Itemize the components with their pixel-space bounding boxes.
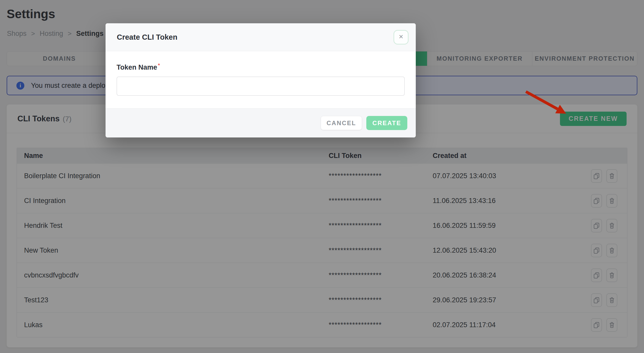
create-button[interactable]: CREATE [366,116,407,130]
dialog-body: Token Name* [106,51,416,108]
dialog-header: Create CLI Token × [106,23,416,51]
token-name-input[interactable] [117,77,405,96]
required-asterisk: * [158,62,160,68]
close-button[interactable]: × [393,30,409,45]
cancel-button[interactable]: CANCEL [321,116,362,130]
token-name-label: Token Name* [117,63,160,71]
create-cli-token-dialog: Create CLI Token × Token Name* CANCEL CR… [106,23,416,137]
close-icon: × [399,33,403,40]
dialog-title: Create CLI Token [117,33,177,41]
dialog-footer: CANCEL CREATE [106,108,416,137]
